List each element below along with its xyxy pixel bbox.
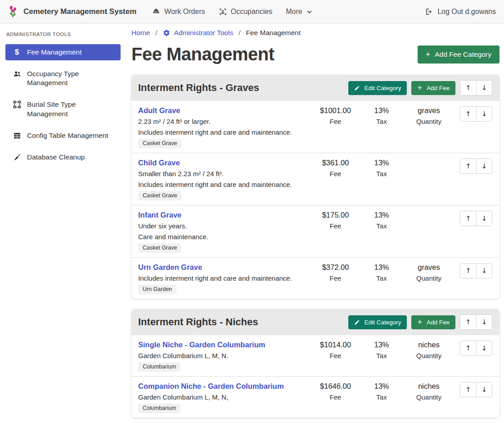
move-fee-down-button[interactable]: ↓ (476, 382, 492, 397)
fee-tax: 13% (359, 106, 404, 115)
breadcrumb-separator: / (155, 29, 157, 37)
move-fee-up-button[interactable]: ↑ (460, 211, 476, 226)
move-category-up-button[interactable]: ↑ (460, 315, 476, 329)
fee-amount: $361.00 (312, 159, 359, 167)
sidebar-item-fee-management[interactable]: $Fee Management (5, 44, 121, 60)
edit-category-label: Edit Category (364, 319, 401, 326)
nav-item-more[interactable]: More (279, 4, 319, 19)
fee-name-link[interactable]: Child Grave (138, 159, 180, 167)
arrow-down-icon: ↓ (482, 267, 487, 275)
edit-category-button[interactable]: Edit Category (348, 81, 407, 95)
move-fee-down-button[interactable]: ↓ (476, 107, 492, 121)
category-header: Interment Rights - Niches Edit Category … (131, 309, 500, 335)
fee-name-link[interactable]: Infant Grave (138, 211, 181, 219)
logout-button[interactable]: Log Out d.gowans (424, 4, 497, 19)
add-fee-button[interactable]: + Add Fee (411, 81, 455, 95)
fee-quantity: graves (404, 263, 454, 272)
sidebar-item-label: Database Cleanup (27, 153, 85, 162)
fee-name-link[interactable]: Single Niche - Garden Columbarium (138, 341, 265, 349)
fee-name-link[interactable]: Companion Niche - Garden Columbarium (138, 382, 284, 391)
move-category-down-button[interactable]: ↓ (476, 315, 492, 329)
fee-amount-label: Fee (312, 222, 359, 230)
edit-category-button[interactable]: Edit Category (348, 315, 407, 329)
fee-quantity: graves (404, 106, 454, 115)
nav-item-work-orders[interactable]: Work Orders (145, 4, 212, 19)
arrow-down-icon: ↓ (482, 84, 487, 92)
fee-amount-stack: $361.00 Fee (312, 159, 359, 178)
fee-quantity-stack: graves Quantity (404, 263, 454, 282)
fee-reorder-group: ↑ ↓ (460, 382, 492, 397)
breadcrumb-home-link[interactable]: Home (131, 29, 150, 37)
fee-name-link[interactable]: Urn Garden Grave (138, 263, 202, 272)
fee-row: Child Grave Smaller than 2.23 m² / 24 ft… (131, 153, 500, 205)
category-actions: Edit Category + Add Fee ↑ ↓ (348, 80, 492, 96)
fee-tax: 13% (359, 211, 404, 219)
sidebar-item-occupancy-type-management[interactable]: Occupancy Type Management (5, 66, 121, 91)
sidebar-heading: ADMINISTRATOR TOOLS (6, 32, 121, 37)
move-fee-down-button[interactable]: ↓ (476, 264, 492, 278)
move-fee-up-button[interactable]: ↑ (460, 107, 476, 121)
fee-tax: 13% (359, 159, 404, 167)
table-icon (13, 132, 21, 140)
breadcrumb-admin-tools-link[interactable]: Administrator Tools (163, 29, 234, 37)
sidebar-item-label: Config Table Management (27, 131, 108, 140)
category-title: Interment Rights - Niches (138, 316, 258, 328)
breadcrumb-current: Fee Management (246, 29, 301, 37)
breadcrumb: Home / Administrator Tools / Fee Managem… (131, 28, 500, 37)
arrow-up-icon: ↑ (465, 162, 471, 170)
fee-amount-label: Fee (312, 393, 359, 401)
fee-tag: Urn Garden (138, 285, 176, 294)
arrow-up-icon: ↑ (465, 344, 471, 352)
move-fee-up-button[interactable]: ↑ (460, 159, 476, 173)
fee-rows: Adult Grave 2.23 m² / 24 ft² or larger.I… (131, 101, 500, 299)
nav-item-occupancies[interactable]: Occupancies (212, 4, 279, 19)
move-category-down-button[interactable]: ↓ (476, 81, 492, 95)
page-header: Fee Management + Add Fee Category (131, 44, 500, 64)
breadcrumb-separator: / (238, 29, 240, 37)
fee-tax: 13% (359, 341, 404, 349)
fee-amount-stack: $1001.00 Fee (312, 106, 359, 126)
arrow-up-icon: ↑ (465, 214, 471, 223)
pencil-icon (354, 85, 360, 91)
add-fee-button[interactable]: + Add Fee (411, 315, 455, 329)
fee-tag: Casket Grave (138, 243, 181, 253)
move-fee-up-button[interactable]: ↑ (460, 382, 476, 397)
move-category-up-button[interactable]: ↑ (460, 81, 476, 95)
fee-descriptions: Garden Columbarium L, M, N, (138, 393, 312, 401)
fee-name-link[interactable]: Adult Grave (138, 106, 180, 115)
fee-amount: $1001.00 (312, 106, 359, 115)
sidebar-item-label: Burial Site Type Management (27, 100, 113, 118)
occupancies-frame-icon (219, 8, 227, 16)
fee-main: Child Grave Smaller than 2.23 m² / 24 ft… (138, 159, 312, 200)
move-fee-down-button[interactable]: ↓ (476, 159, 492, 173)
fee-reorder-group: ↑ ↓ (460, 263, 492, 278)
fee-row: Companion Niche - Garden Columbarium Gar… (131, 376, 500, 418)
nav-item-label: More (286, 8, 302, 16)
fee-reorder-group: ↑ ↓ (460, 341, 492, 356)
fee-tax: 13% (359, 382, 404, 391)
fee-description: Garden Columbarium L, M, N. (138, 352, 312, 360)
dollar-icon: $ (13, 48, 21, 56)
fee-tag: Columbarium (138, 404, 180, 413)
page-title: Fee Management (131, 44, 274, 64)
fee-amount-stack: $1646.00 Fee (312, 382, 359, 401)
move-fee-up-button[interactable]: ↑ (460, 341, 476, 355)
sidebar-item-config-table-management[interactable]: Config Table Management (5, 127, 121, 144)
add-fee-category-button[interactable]: + Add Fee Category (418, 45, 500, 64)
move-fee-down-button[interactable]: ↓ (476, 211, 492, 226)
fee-description: Includes interment right and care and ma… (138, 128, 312, 136)
fee-amount-label: Fee (312, 274, 359, 282)
brand-title: Cemetery Management System (23, 7, 136, 16)
hard-hat-icon (152, 8, 160, 16)
navbar-links: Work Orders Occupancies More (145, 4, 319, 19)
sidebar-item-database-cleanup[interactable]: Database Cleanup (5, 149, 121, 165)
arrow-up-icon: ↑ (465, 386, 471, 394)
move-fee-up-button[interactable]: ↑ (460, 264, 476, 278)
brand-link[interactable]: Cemetery Management System (7, 5, 136, 18)
sidebar-item-burial-site-type-management[interactable]: Burial Site Type Management (5, 96, 121, 122)
move-fee-down-button[interactable]: ↓ (476, 341, 492, 355)
sidebar-item-label: Occupancy Type Management (27, 69, 113, 87)
arrow-up-icon: ↑ (465, 110, 471, 118)
fee-descriptions: Garden Columbarium L, M, N. (138, 352, 312, 360)
fee-amount-label: Fee (312, 352, 359, 360)
